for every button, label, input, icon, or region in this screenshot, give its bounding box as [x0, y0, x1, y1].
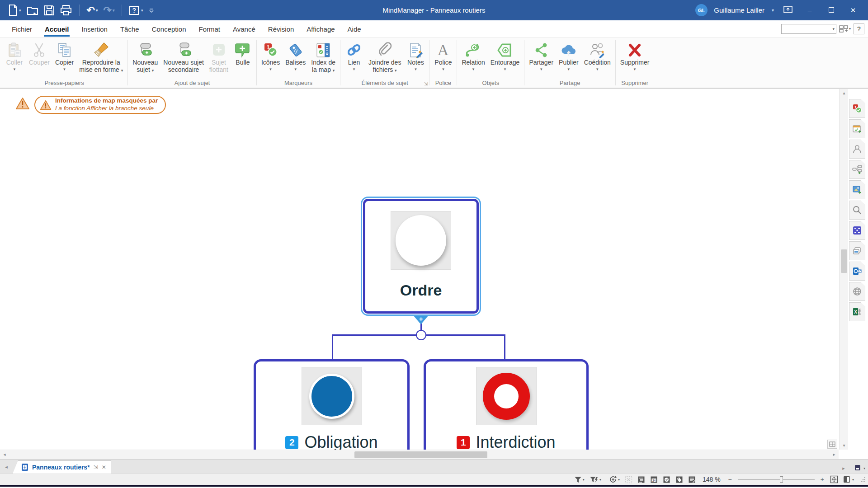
sidebar-tab-snap-view[interactable]: [849, 221, 865, 240]
map-canvas[interactable]: Informations de map masquées par La fonc…: [0, 89, 868, 459]
resize-grip[interactable]: [861, 477, 865, 482]
map-info-warning-banner[interactable]: Informations de map masquées par La fonc…: [34, 96, 166, 114]
horizontal-scrollbar[interactable]: ◂ ▸: [0, 450, 839, 459]
scroll-down-button[interactable]: ▾: [840, 441, 849, 450]
minimize-button[interactable]: –: [802, 6, 817, 14]
icones-button[interactable]: 1 Icônes ▾: [259, 41, 282, 78]
schedule-view-button[interactable]: 24: [650, 476, 658, 483]
copier-button[interactable]: Copier ▾: [53, 41, 76, 78]
relation-button[interactable]: Relation ▾: [459, 41, 487, 78]
coller-button[interactable]: Coller ▾: [3, 41, 26, 78]
fit-selection-button[interactable]: [625, 476, 632, 483]
icon-view-button[interactable]: [663, 476, 670, 483]
close-button[interactable]: ✕: [845, 6, 861, 14]
sidebar-tab-map-markers[interactable]: 1: [849, 99, 865, 118]
map-index-toggle-button[interactable]: ▾: [839, 25, 851, 33]
bulle-button[interactable]: Bulle: [231, 41, 254, 78]
tab-insertion[interactable]: Insertion: [75, 21, 114, 37]
reproduire-mise-en-forme-button[interactable]: Reproduire la mise en forme ▾: [77, 41, 125, 78]
chevron-down-icon[interactable]: ▾: [831, 27, 836, 31]
redo-button[interactable]: ↷▾: [102, 3, 117, 18]
refresh-add-button[interactable]: ▾: [609, 475, 620, 483]
sidebar-tab-search[interactable]: [849, 201, 865, 220]
user-avatar[interactable]: GL: [695, 4, 708, 16]
help-button[interactable]: ? ▾: [127, 5, 145, 16]
help-panel-button[interactable]: ?: [854, 23, 864, 34]
supprimer-button[interactable]: Supprimer ▾: [618, 41, 652, 78]
sidebar-tab-window-list[interactable]: [849, 241, 865, 260]
couper-button[interactable]: Couper: [27, 41, 52, 78]
lien-button[interactable]: Lien ▾: [343, 41, 365, 78]
tab-aide[interactable]: Aide: [341, 21, 368, 37]
vertical-scroll-thumb[interactable]: [841, 249, 847, 273]
outline-view-button[interactable]: [637, 476, 645, 483]
user-name[interactable]: Guillaume Lailler: [714, 6, 764, 14]
tab-accueil[interactable]: Accueil: [38, 21, 75, 37]
print-button[interactable]: [58, 4, 74, 17]
fit-map-button[interactable]: [830, 475, 838, 483]
filter-button[interactable]: ▾: [574, 476, 585, 483]
sidebar-tab-excel[interactable]: X: [849, 302, 865, 321]
open-file-button[interactable]: [25, 4, 40, 17]
new-document-button[interactable]: ▾: [6, 3, 23, 18]
dropdown-arrow-icon[interactable]: ▾: [19, 8, 21, 13]
tab-revision[interactable]: Révision: [262, 21, 301, 37]
maximize-button[interactable]: [824, 6, 839, 14]
zoom-slider-thumb[interactable]: [780, 476, 783, 483]
coedition-button[interactable]: Coédition ▾: [582, 41, 613, 78]
tab-scroll-right-button[interactable]: ▸: [837, 465, 850, 471]
notes-view-button[interactable]: [688, 476, 696, 483]
sidebar-tab-web[interactable]: [849, 282, 865, 301]
nouveau-sujet-button[interactable]: Nouveau sujet ▾: [130, 41, 160, 78]
topic-obligation[interactable]: 2 Obligation: [254, 359, 410, 459]
save-button[interactable]: [42, 4, 57, 17]
search-combobox[interactable]: ▾: [781, 24, 836, 34]
detach-tab-icon[interactable]: ⇲: [94, 464, 98, 470]
sidebar-tab-resources[interactable]: [849, 140, 865, 159]
police-button[interactable]: A Police ▾: [432, 41, 454, 78]
search-input[interactable]: [782, 25, 831, 33]
scroll-left-button[interactable]: ◂: [0, 450, 9, 459]
tab-scroll-left-button[interactable]: ◂: [0, 464, 13, 474]
zoom-out-button[interactable]: −: [727, 476, 733, 483]
sujet-flottant-button[interactable]: Sujet flottant: [207, 41, 231, 78]
show-whole-map-button[interactable]: [827, 440, 837, 449]
scroll-right-button[interactable]: ▸: [830, 450, 839, 459]
sidebar-tab-outlook[interactable]: [849, 262, 865, 281]
vertical-scrollbar[interactable]: ▴ ▾: [839, 89, 848, 450]
publier-button[interactable]: Publier ▾: [557, 41, 581, 78]
power-filter-button[interactable]: ▾: [590, 476, 601, 483]
add-subtopic-button[interactable]: +: [414, 316, 428, 324]
balises-button[interactable]: Balises ▾: [283, 41, 308, 78]
tag-view-button[interactable]: [675, 476, 683, 483]
tab-format[interactable]: Format: [193, 21, 227, 37]
topic-ordre-selected[interactable]: Ordre: [361, 197, 481, 316]
tab-fichier[interactable]: Fichier: [5, 21, 38, 37]
tab-affichage[interactable]: Affichage: [300, 21, 341, 37]
ribbon-display-options-button[interactable]: [780, 6, 796, 14]
topic-interdiction[interactable]: 1 Interdiction: [424, 359, 589, 459]
sidebar-tab-map-parts[interactable]: [849, 160, 865, 179]
tab-conception[interactable]: Conception: [146, 21, 193, 37]
nouveau-sujet-secondaire-button[interactable]: Nouveau sujet secondaire: [161, 41, 206, 78]
sidebar-tab-library[interactable]: [849, 180, 865, 199]
scroll-up-button[interactable]: ▴: [840, 89, 849, 97]
joindre-des-fichiers-button[interactable]: Joindre des fichiers ▾: [366, 41, 403, 78]
tab-tache[interactable]: Tâche: [114, 21, 146, 37]
sidebar-tab-task-info[interactable]: [849, 119, 865, 138]
customize-toolbar-button[interactable]: [147, 6, 156, 14]
zoom-in-button[interactable]: +: [820, 476, 825, 483]
tab-avance[interactable]: Avancé: [226, 21, 262, 37]
notes-button[interactable]: Notes ▾: [404, 41, 427, 78]
partager-button[interactable]: Partager ▾: [527, 41, 556, 78]
collapse-branch-button[interactable]: −: [416, 330, 426, 340]
user-menu-arrow-icon[interactable]: ▾: [772, 8, 774, 13]
dialog-launcher-icon[interactable]: ⇲: [424, 82, 428, 86]
task-panes-button[interactable]: ▾: [843, 476, 854, 483]
new-map-tab-button[interactable]: ▾: [854, 465, 865, 472]
undo-button[interactable]: ↶▾: [85, 3, 100, 18]
close-tab-icon[interactable]: ✕: [102, 464, 106, 470]
index-de-la-map-button[interactable]: Index de la map ▾: [309, 41, 338, 78]
horizontal-scroll-thumb[interactable]: [354, 451, 487, 458]
document-tab-panneaux-routiers[interactable]: Panneaux routiers* ⇲ ✕: [13, 460, 111, 474]
